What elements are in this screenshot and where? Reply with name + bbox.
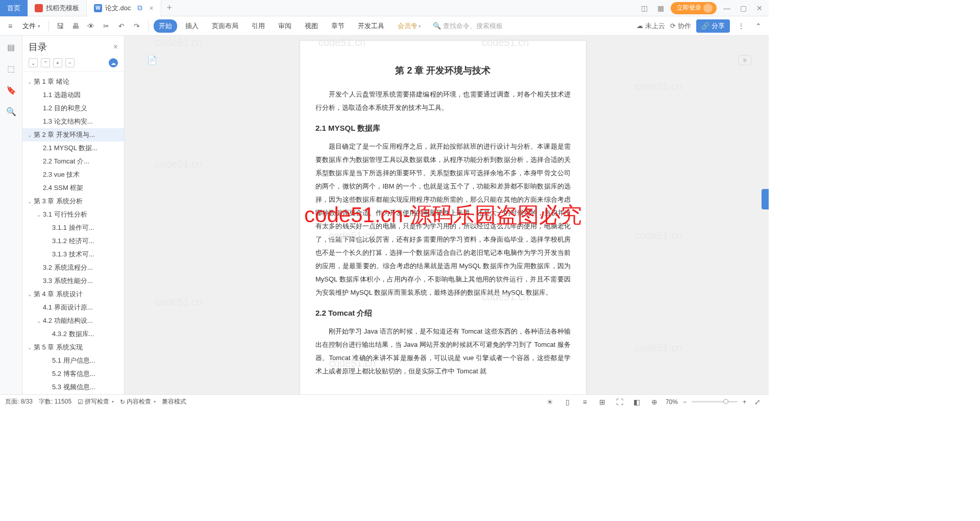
outline-view-icon[interactable]: ≡ (579, 396, 591, 408)
zoom-slider[interactable] (692, 401, 738, 402)
toolbox-icon[interactable]: ⬚ (5, 62, 17, 75)
zoom-to-page-icon[interactable]: ⊕ (648, 396, 660, 408)
outline-item[interactable]: 1.1 选题动因 (22, 88, 124, 102)
maximize-icon[interactable]: ▢ (737, 2, 749, 14)
sync-icon[interactable]: ☁ (109, 58, 118, 67)
sidebar-toggle-icon[interactable]: ◧ (631, 396, 643, 408)
expand-all-button[interactable]: ⌃ (41, 58, 50, 67)
outline-item[interactable]: ⌄第 2 章 开发环境与... (22, 128, 124, 141)
fit-width-icon[interactable]: ⤢ (751, 396, 764, 408)
spellcheck-button[interactable]: ☑拼写检查 (78, 397, 114, 406)
login-button[interactable]: 立即登录 (671, 2, 717, 14)
file-menu[interactable]: 文件 (19, 21, 43, 31)
content-check-button[interactable]: ↻内容检查 (120, 397, 156, 406)
menu-vip[interactable]: 会员专 (393, 19, 426, 33)
web-view-icon[interactable]: ⊞ (596, 396, 608, 408)
menu-layout[interactable]: 页面布局 (207, 19, 243, 33)
more-icon[interactable]: ⋮ (735, 20, 747, 32)
menu-devtools[interactable]: 开发工具 (353, 19, 389, 33)
layout-icon[interactable]: ◫ (638, 2, 650, 14)
chevron-down-icon: ⌄ (28, 292, 34, 297)
outline-item[interactable]: ⌄第 1 章 绪论 (22, 75, 124, 88)
page-options-icon[interactable]: ≡ (738, 55, 751, 65)
outline-item[interactable]: 1.3 论文结构安... (22, 115, 124, 128)
outline-item[interactable]: 3.1.3 技术可... (22, 248, 124, 261)
watermark: code51.cn (635, 230, 682, 242)
document-page: 第 2 章 开发环境与技术 开发个人云盘管理系统需要搭建编程的环境，也需要通过调… (300, 41, 586, 394)
undo-icon[interactable]: ↶ (115, 20, 128, 32)
template-tab[interactable]: 找稻壳模板 (28, 0, 87, 16)
search-pane-icon[interactable]: 🔍 (5, 105, 17, 117)
menu-review[interactable]: 审阅 (273, 19, 297, 33)
outline-label: 4.3.2 数据库... (52, 329, 94, 339)
outline-item[interactable]: ⌄第 3 章 系统分析 (22, 195, 124, 208)
menu-icon[interactable]: ≡ (4, 20, 16, 32)
collab-button[interactable]: ⟳协作 (670, 21, 691, 31)
outline-item[interactable]: 5.3 视频信息... (22, 381, 124, 394)
menu-insert[interactable]: 插入 (180, 19, 204, 33)
fullscreen-icon[interactable]: ⛶ (614, 396, 626, 408)
redo-icon[interactable]: ↷ (131, 20, 143, 32)
bookmark-icon[interactable]: 🔖 (5, 84, 17, 96)
outline-item[interactable]: ⌄第 4 章 系统设计 (22, 288, 124, 301)
zoom-in-button[interactable]: + (743, 398, 746, 406)
collapse-ribbon-icon[interactable]: ⌃ (752, 20, 765, 32)
zoom-thumb[interactable] (723, 399, 728, 404)
outline-item[interactable]: 2.2 Tomcat 介... (22, 155, 124, 168)
outline-item[interactable]: 3.1.1 操作可... (22, 221, 124, 234)
outline-item[interactable]: 5.2 博客信息... (22, 367, 124, 381)
outline-item[interactable]: ⌄3.1 可行性分析 (22, 208, 124, 221)
close-window-icon[interactable]: ✕ (753, 2, 766, 14)
page-header-icon[interactable]: 📄 (147, 55, 157, 65)
menu-start[interactable]: 开始 (154, 19, 177, 33)
outline-label: 2.3 vue 技术 (43, 170, 80, 179)
apps-icon[interactable]: ▦ (654, 2, 667, 14)
collapse-all-button[interactable]: ⌄ (29, 58, 38, 67)
doc-paragraph: 题目确定了是一个应用程序之后，就开始按部就班的进行设计与分析。本课题是需要数据库… (315, 140, 571, 299)
statusbar: 页面: 8/33 字数: 11505 ☑拼写检查 ↻内容检查 兼容模式 ☀ ▯ … (0, 394, 769, 409)
zoom-level[interactable]: 70% (666, 398, 678, 406)
save-icon[interactable]: 🖫 (54, 20, 66, 32)
split-window-icon[interactable]: ⧉ (137, 4, 142, 12)
document-tab[interactable]: W 论文.doc ⧉ × (87, 0, 161, 16)
right-scrollbar[interactable] (762, 36, 769, 394)
outline-item[interactable]: ⌄4.2 功能结构设... (22, 314, 124, 327)
outline-item[interactable]: 4.1 界面设计原... (22, 301, 124, 314)
menu-view[interactable]: 视图 (300, 19, 323, 33)
menu-reference[interactable]: 引用 (247, 19, 270, 33)
chevron-down-icon: ⌄ (28, 132, 34, 138)
remove-heading-button[interactable]: − (65, 58, 75, 67)
outline-item[interactable]: 2.1 MYSQL 数据... (22, 141, 124, 155)
outline-item[interactable]: 1.2 目的和意义 (22, 102, 124, 115)
share-button[interactable]: 🔗分享 (696, 19, 730, 33)
outline-item[interactable]: 3.1.2 经济可... (22, 234, 124, 248)
page-view-icon[interactable]: ▯ (561, 396, 574, 408)
outline-item[interactable]: 2.3 vue 技术 (22, 168, 124, 181)
new-tab-button[interactable]: + (161, 3, 178, 13)
zoom-out-button[interactable]: − (683, 398, 687, 406)
cloud-status[interactable]: ☁未上云 (636, 21, 665, 31)
command-search[interactable]: 🔍 查找命令、搜索模板 (433, 21, 503, 31)
outline-item[interactable]: 3.3 系统性能分... (22, 274, 124, 288)
print-icon[interactable]: 🖶 (69, 20, 82, 32)
outline-label: 5.3 视频信息... (52, 383, 95, 392)
close-tab-icon[interactable]: × (150, 4, 154, 12)
outline-icon[interactable]: ▤ (5, 41, 17, 53)
outline-item[interactable]: ⌄第 5 章 系统实现 (22, 341, 124, 354)
outline-item[interactable]: 2.4 SSM 框架 (22, 181, 124, 195)
word-counter[interactable]: 字数: 11505 (39, 397, 71, 406)
cut-icon[interactable]: ✂ (100, 20, 112, 32)
menu-section[interactable]: 章节 (326, 19, 350, 33)
outline-item[interactable]: 3.2 系统流程分... (22, 261, 124, 274)
outline-item[interactable]: 5.1 用户信息... (22, 354, 124, 367)
reading-mode-icon[interactable]: ☀ (544, 396, 556, 408)
close-outline-icon[interactable]: × (113, 42, 118, 52)
side-handle[interactable] (762, 189, 769, 209)
page-counter[interactable]: 页面: 8/33 (5, 397, 33, 406)
home-tab[interactable]: 首页 (0, 0, 28, 16)
minimize-icon[interactable]: — (721, 2, 733, 14)
add-heading-button[interactable]: + (53, 58, 62, 67)
outline-item[interactable]: 4.3.2 数据库... (22, 327, 124, 341)
document-area[interactable]: 📄 ≡ 第 2 章 开发环境与技术 开发个人云盘管理系统需要搭建编程的环境，也需… (125, 36, 762, 394)
preview-icon[interactable]: 👁 (85, 20, 97, 32)
